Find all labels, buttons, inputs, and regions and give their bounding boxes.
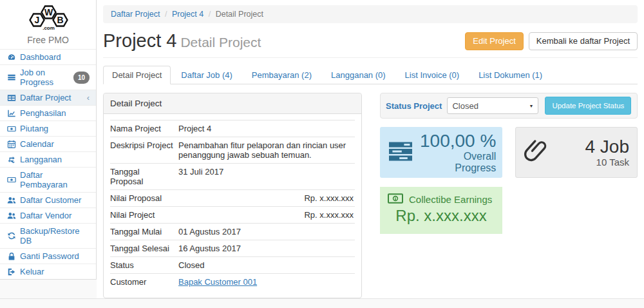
tasks-list-icon: [6, 73, 17, 82]
jobs-text: 4 Job 10 Task: [585, 137, 630, 168]
status-project-label: Status Project: [386, 101, 442, 111]
dashboard-icon: [6, 53, 17, 62]
table-row: Status Closed: [110, 257, 355, 274]
table-row: Customer Bapak Customer 001: [110, 274, 355, 291]
sidebar-item-ganti-password[interactable]: Ganti Password: [0, 248, 96, 264]
sidebar-item-piutang[interactable]: Piutang: [0, 120, 96, 136]
sidebar-item-daftar-customer[interactable]: Daftar Customer: [0, 192, 96, 207]
row-label: Tanggal Mulai: [110, 224, 178, 240]
sidebar-item-penghasilan[interactable]: Penghasilan: [0, 105, 96, 120]
line-chart-icon: [6, 109, 17, 118]
sidebar-item-label: Backup/Restore DB: [20, 226, 90, 245]
row-label: Customer: [110, 274, 178, 291]
sidebar-item-daftar-vendor[interactable]: Daftar Vendor: [0, 207, 96, 223]
tab-daftar-job[interactable]: Daftar Job (4): [172, 66, 241, 84]
sidebar-item-label: Daftar Project: [20, 93, 71, 102]
money-icon: [6, 175, 17, 184]
row-value: Penambahan fitur pelaporan dan rincian u…: [178, 137, 355, 164]
row-label: Nama Project: [110, 120, 178, 137]
sign-out-icon: [6, 267, 17, 276]
progress-value: 100,00 %: [420, 131, 496, 151]
svg-text:W: W: [44, 7, 53, 17]
update-project-status-button[interactable]: Update Project Status: [545, 97, 631, 115]
tab-list-invoice[interactable]: List Invoice (0): [396, 66, 469, 84]
paperclip-icon: [524, 137, 548, 168]
money-icon: [388, 193, 403, 206]
lock-icon: [6, 252, 17, 261]
status-project-bar: Status Project Closed ▼ Update Project S…: [380, 93, 638, 119]
tab-langganan[interactable]: Langganan (0): [322, 66, 395, 84]
table-icon: [6, 93, 17, 102]
summary-cards-row: 100,00 % Overall Progress 4 Job 10 Task: [380, 127, 638, 178]
breadcrumb-link-project-4[interactable]: Project 4: [172, 10, 204, 19]
breadcrumb-separator: /: [162, 10, 169, 19]
table-row: Deskripsi Project Penambahan fitur pelap…: [110, 137, 355, 164]
sidebar-item-calendar[interactable]: Calendar: [0, 136, 96, 151]
customer-link[interactable]: Bapak Customer 001: [178, 277, 257, 287]
chevron-left-icon: ‹: [87, 93, 90, 102]
table-row: Nilai Proposal Rp. x.xxx.xxx: [110, 190, 355, 207]
breadcrumb: Daftar Project / Project 4 / Detail Proj…: [103, 5, 638, 23]
jobs-card: 4 Job 10 Task: [515, 127, 638, 178]
sidebar-item-dashboard[interactable]: Dashboard: [0, 49, 96, 64]
table-row: Tanggal Proposal 31 Juli 2017: [110, 164, 355, 190]
status-selected-option: Closed: [452, 101, 478, 111]
table-row: Tanggal Selesai 16 Agustus 2017: [110, 240, 355, 257]
jobs-value: 4 Job: [585, 137, 630, 157]
refresh-icon: [6, 231, 17, 240]
tab-list-dokumen[interactable]: List Dokumen (1): [469, 66, 551, 84]
row-label: Tanggal Selesai: [110, 240, 178, 257]
sidebar-item-label: Daftar Customer: [20, 195, 81, 205]
calendar-icon: [6, 140, 17, 149]
select-caret-icon: ▼: [529, 104, 533, 108]
tab-content: Detail Project Nama Project Project 4 De…: [103, 93, 638, 298]
svg-text:B: B: [57, 15, 63, 25]
breadcrumb-separator: /: [206, 10, 213, 19]
sidebar-item-label: Dashboard: [20, 52, 61, 62]
earnings-label: Collectibe Earnings: [409, 194, 492, 205]
row-value: Closed: [178, 257, 355, 274]
row-value: Rp. x.xxx.xxx: [178, 190, 355, 207]
row-label: Nilai Proposal: [110, 190, 178, 207]
table-row: Nilai Project Rp. x.xxx.xxx: [110, 207, 355, 224]
table-row: Nama Project Project 4: [110, 120, 355, 137]
progress-label: Overall Progress: [420, 151, 496, 174]
breadcrumb-link-daftar-project[interactable]: Daftar Project: [111, 10, 160, 19]
sidebar-item-langganan[interactable]: Langganan: [0, 151, 96, 167]
main-content: Daftar Project / Project 4 / Detail Proj…: [97, 0, 644, 298]
sidebar-item-daftar-pembayaran[interactable]: Daftar Pembayaran: [0, 167, 96, 192]
footer: Powered by Free PMO, and developed with …: [0, 298, 644, 308]
tasks-icon: [388, 140, 413, 165]
brand: W J B .com Free PMO: [0, 0, 96, 49]
header-buttons: Edit Project Kembali ke daftar Project: [465, 32, 638, 52]
sidebar-item-label: Calendar: [20, 139, 54, 149]
status-project-select[interactable]: Closed ▼: [447, 97, 538, 114]
sidebar-item-label: Daftar Pembayaran: [20, 170, 90, 189]
breadcrumb-current: Detail Project: [216, 10, 263, 19]
sidebar-item-backup-restore-db[interactable]: Backup/Restore DB: [0, 223, 96, 248]
back-to-project-list-button[interactable]: Kembali ke daftar Project: [529, 32, 638, 50]
sidebar-item-keluar[interactable]: Keluar: [0, 264, 96, 279]
sidebar-item-label: Daftar Vendor: [20, 211, 71, 220]
earnings-value: Rp. x.xxx.xxx: [388, 207, 495, 225]
sidebar-item-job-on-progress[interactable]: Job on Progress 10: [0, 64, 96, 90]
table-row: Tanggal Mulai 01 Agustus 2017: [110, 224, 355, 240]
money-icon: [6, 124, 17, 133]
panel-body: Nama Project Project 4 Deskripsi Project…: [104, 114, 361, 298]
users-icon: [6, 196, 17, 205]
tab-detail-project[interactable]: Detail Project: [103, 66, 171, 84]
page-title-group: Project 4Detail Project: [103, 30, 261, 52]
row-label: Nilai Project: [110, 207, 178, 224]
tab-pembayaran[interactable]: Pembayaran (2): [243, 66, 321, 84]
sidebar-item-daftar-project[interactable]: Daftar Project ‹: [0, 90, 96, 105]
job-count-badge: 10: [73, 72, 90, 84]
row-label: Tanggal Proposal: [110, 164, 178, 190]
sidebar-item-label: Ganti Password: [20, 251, 79, 261]
sidebar-menu: Dashboard Job on Progress 10 Daftar Proj…: [0, 49, 96, 279]
detail-project-panel: Detail Project Nama Project Project 4 De…: [103, 93, 362, 298]
brand-name: Free PMO: [0, 35, 96, 45]
edit-project-button[interactable]: Edit Project: [465, 32, 523, 50]
svg-text:.com: .com: [43, 25, 55, 31]
overall-progress-card: 100,00 % Overall Progress: [380, 127, 502, 178]
panel-title: Detail Project: [104, 93, 361, 114]
